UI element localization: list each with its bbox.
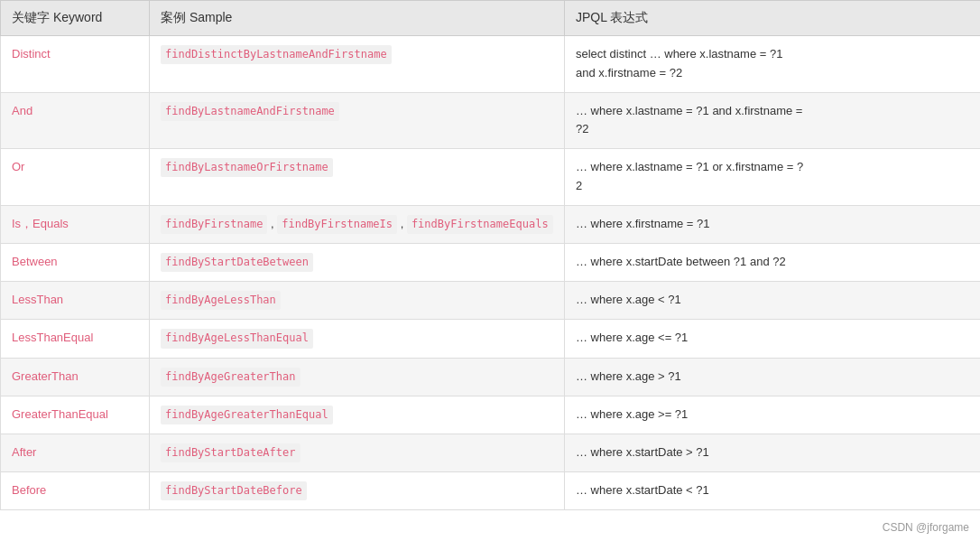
sample-code: findByStartDateBetween [161, 253, 313, 272]
keyword-value: And [12, 104, 32, 117]
cell-keyword: Between [1, 243, 150, 281]
cell-jpql: … where x.startDate between ?1 and ?2 [565, 243, 981, 281]
cell-sample: findByLastnameAndFirstname [150, 92, 565, 149]
cell-keyword: Distinct [1, 36, 150, 93]
table-header-row: 关键字 Keyword 案例 Sample JPQL 表达式 [1, 1, 981, 36]
cell-jpql: select distinct … where x.lastname = ?1a… [565, 36, 981, 93]
cell-keyword: After [1, 434, 150, 471]
cell-keyword: And [1, 92, 150, 149]
jpql-value: … where x.startDate between ?1 and ?2 [576, 255, 786, 268]
sample-code: findByStartDateAfter [161, 443, 300, 462]
cell-sample: findByAgeLessThanEqual [150, 320, 565, 358]
keyword-value: LessThan [12, 293, 63, 306]
cell-jpql: … where x.firstname = ?1 [565, 205, 981, 243]
sample-code: findByAgeLessThan [161, 291, 281, 310]
jpql-value: select distinct … where x.lastname = ?1a… [576, 47, 782, 79]
keyword-value: GreaterThan [12, 369, 79, 383]
cell-keyword: LessThan [1, 282, 150, 320]
cell-keyword: GreaterThanEqual [1, 396, 150, 434]
cell-sample: findByAgeGreaterThan [150, 358, 565, 396]
table-row: GreaterThanEqualfindByAgeGreaterThanEqua… [1, 396, 981, 434]
jpql-value: … where x.lastname = ?1 or x.firstname =… [576, 160, 803, 192]
table-row: OrfindByLastnameOrFirstname… where x.las… [1, 149, 981, 206]
sample-code: findDistinctByLastnameAndFirstname [161, 45, 392, 64]
sample-code: findByAgeLessThanEqual [161, 329, 313, 348]
cell-jpql: … where x.lastname = ?1 and x.firstname … [565, 92, 981, 149]
table-row: AfterfindByStartDateAfter… where x.start… [1, 434, 981, 471]
sample-code: findByLastnameOrFirstname [161, 158, 333, 177]
cell-keyword: LessThanEqual [1, 320, 150, 358]
cell-jpql: … where x.startDate < ?1 [565, 472, 981, 510]
jpql-value: … where x.age >= ?1 [576, 407, 688, 421]
table-row: Is，EqualsfindByFirstname , findByFirstna… [1, 205, 981, 243]
cell-jpql: … where x.age <= ?1 [565, 320, 981, 358]
jpql-value: … where x.firstname = ?1 [576, 217, 709, 230]
jpql-value: … where x.age < ?1 [576, 293, 681, 306]
cell-jpql: … where x.startDate > ?1 [565, 434, 981, 471]
header-keyword: 关键字 Keyword [1, 1, 150, 36]
sample-code: findByStartDateBefore [161, 481, 307, 500]
cell-sample: findByStartDateAfter [150, 434, 565, 471]
cell-keyword: Or [1, 149, 150, 206]
table-body: DistinctfindDistinctByLastnameAndFirstna… [1, 36, 981, 510]
keyword-value: Between [12, 255, 58, 268]
jpql-value: … where x.age > ?1 [576, 369, 681, 383]
keyword-value: After [12, 445, 36, 459]
sample-code: findByAgeGreaterThanEqual [161, 406, 333, 424]
cell-keyword: GreaterThan [1, 358, 150, 396]
table-row: GreaterThanfindByAgeGreaterThan… where x… [1, 358, 981, 396]
jpql-value: … where x.startDate > ?1 [576, 445, 709, 459]
cell-sample: findByStartDateBefore [150, 472, 565, 510]
header-sample: 案例 Sample [150, 1, 565, 36]
keyword-table: 关键字 Keyword 案例 Sample JPQL 表达式 Distinctf… [0, 0, 980, 510]
sample-code: findByFirstnameIs [277, 215, 397, 234]
table-row: BeforefindByStartDateBefore… where x.sta… [1, 472, 981, 510]
cell-jpql: … where x.age > ?1 [565, 358, 981, 396]
table-row: LessThanfindByAgeLessThan… where x.age <… [1, 282, 981, 320]
cell-jpql: … where x.age >= ?1 [565, 396, 981, 434]
cell-sample: findByLastnameOrFirstname [150, 149, 565, 206]
cell-keyword: Is，Equals [1, 205, 150, 243]
jpql-value: … where x.lastname = ?1 and x.firstname … [576, 104, 802, 136]
sample-code: findByLastnameAndFirstname [161, 102, 339, 121]
cell-jpql: … where x.age < ?1 [565, 282, 981, 320]
keyword-value: GreaterThanEqual [12, 407, 108, 421]
cell-sample: findDistinctByLastnameAndFirstname [150, 36, 565, 93]
sample-code: findByFirstnameEquals [407, 215, 553, 234]
cell-sample: findByStartDateBetween [150, 243, 565, 281]
keyword-value: Or [12, 160, 24, 173]
table-row: AndfindByLastnameAndFirstname… where x.l… [1, 92, 981, 149]
table-row: LessThanEqualfindByAgeLessThanEqual… whe… [1, 320, 981, 358]
sample-code: findByAgeGreaterThan [161, 368, 300, 387]
table-row: BetweenfindByStartDateBetween… where x.s… [1, 243, 981, 281]
cell-sample: findByFirstname , findByFirstnameIs , fi… [150, 205, 565, 243]
cell-sample: findByAgeGreaterThanEqual [150, 396, 565, 434]
jpql-value: … where x.age <= ?1 [576, 331, 688, 344]
table-row: DistinctfindDistinctByLastnameAndFirstna… [1, 36, 981, 93]
cell-sample: findByAgeLessThan [150, 282, 565, 320]
cell-jpql: … where x.lastname = ?1 or x.firstname =… [565, 149, 981, 206]
jpql-value: … where x.startDate < ?1 [576, 483, 709, 497]
keyword-value: LessThanEqual [12, 331, 93, 344]
keyword-value: Before [12, 483, 46, 497]
keyword-value: Distinct [12, 47, 51, 61]
sample-code: findByFirstname [161, 215, 267, 234]
keyword-value: Is，Equals [12, 217, 69, 230]
cell-keyword: Before [1, 472, 150, 510]
header-jpql: JPQL 表达式 [565, 1, 981, 36]
